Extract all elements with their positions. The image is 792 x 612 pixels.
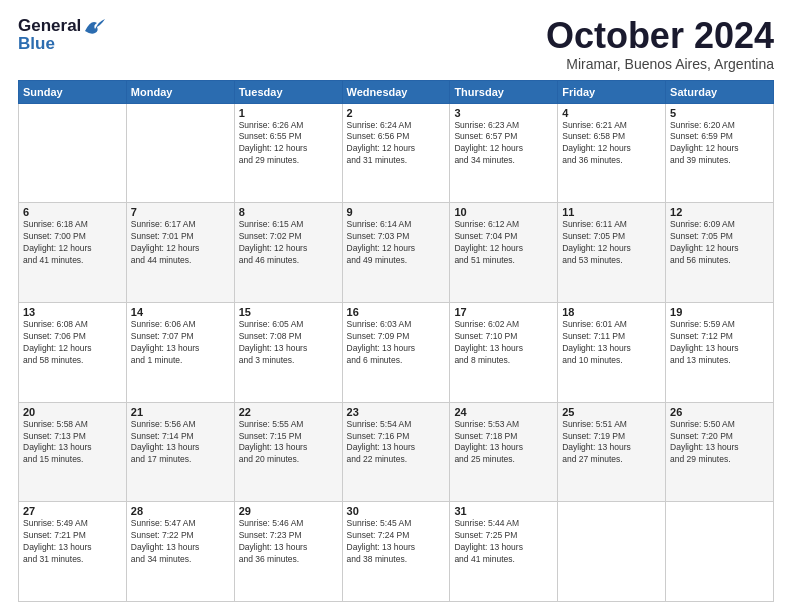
day-info: Sunrise: 6:02 AMSunset: 7:10 PMDaylight:… — [454, 319, 553, 367]
day-number: 17 — [454, 306, 553, 318]
day-info: Sunrise: 6:08 AMSunset: 7:06 PMDaylight:… — [23, 319, 122, 367]
day-number: 8 — [239, 206, 338, 218]
calendar-cell — [19, 103, 127, 203]
day-number: 27 — [23, 505, 122, 517]
calendar-header-row: SundayMondayTuesdayWednesdayThursdayFrid… — [19, 80, 774, 103]
day-info: Sunrise: 6:18 AMSunset: 7:00 PMDaylight:… — [23, 219, 122, 267]
day-number: 10 — [454, 206, 553, 218]
month-title: October 2024 — [546, 16, 774, 56]
day-number: 5 — [670, 107, 769, 119]
header: General Blue October 2024 Miramar, Bueno… — [18, 16, 774, 72]
calendar-cell: 13Sunrise: 6:08 AMSunset: 7:06 PMDayligh… — [19, 302, 127, 402]
day-info: Sunrise: 6:14 AMSunset: 7:03 PMDaylight:… — [347, 219, 446, 267]
calendar-cell: 19Sunrise: 5:59 AMSunset: 7:12 PMDayligh… — [666, 302, 774, 402]
day-number: 9 — [347, 206, 446, 218]
day-info: Sunrise: 6:11 AMSunset: 7:05 PMDaylight:… — [562, 219, 661, 267]
day-number: 15 — [239, 306, 338, 318]
logo-blue: Blue — [18, 34, 55, 54]
day-number: 6 — [23, 206, 122, 218]
calendar-cell: 6Sunrise: 6:18 AMSunset: 7:00 PMDaylight… — [19, 203, 127, 303]
day-info: Sunrise: 5:54 AMSunset: 7:16 PMDaylight:… — [347, 419, 446, 467]
calendar-cell: 30Sunrise: 5:45 AMSunset: 7:24 PMDayligh… — [342, 502, 450, 602]
calendar-cell — [666, 502, 774, 602]
day-info: Sunrise: 5:49 AMSunset: 7:21 PMDaylight:… — [23, 518, 122, 566]
calendar-cell: 25Sunrise: 5:51 AMSunset: 7:19 PMDayligh… — [558, 402, 666, 502]
calendar-cell: 4Sunrise: 6:21 AMSunset: 6:58 PMDaylight… — [558, 103, 666, 203]
day-number: 13 — [23, 306, 122, 318]
day-number: 23 — [347, 406, 446, 418]
day-number: 7 — [131, 206, 230, 218]
day-number: 28 — [131, 505, 230, 517]
page: General Blue October 2024 Miramar, Bueno… — [0, 0, 792, 612]
calendar-cell: 12Sunrise: 6:09 AMSunset: 7:05 PMDayligh… — [666, 203, 774, 303]
day-number: 11 — [562, 206, 661, 218]
day-info: Sunrise: 6:23 AMSunset: 6:57 PMDaylight:… — [454, 120, 553, 168]
calendar-cell: 24Sunrise: 5:53 AMSunset: 7:18 PMDayligh… — [450, 402, 558, 502]
calendar-cell: 15Sunrise: 6:05 AMSunset: 7:08 PMDayligh… — [234, 302, 342, 402]
calendar-cell: 1Sunrise: 6:26 AMSunset: 6:55 PMDaylight… — [234, 103, 342, 203]
day-number: 3 — [454, 107, 553, 119]
day-info: Sunrise: 5:47 AMSunset: 7:22 PMDaylight:… — [131, 518, 230, 566]
calendar-weekday-tuesday: Tuesday — [234, 80, 342, 103]
calendar-week-row: 6Sunrise: 6:18 AMSunset: 7:00 PMDaylight… — [19, 203, 774, 303]
day-number: 1 — [239, 107, 338, 119]
day-info: Sunrise: 5:45 AMSunset: 7:24 PMDaylight:… — [347, 518, 446, 566]
calendar-weekday-thursday: Thursday — [450, 80, 558, 103]
calendar-cell — [558, 502, 666, 602]
logo-bird-icon — [83, 17, 105, 35]
calendar-cell: 3Sunrise: 6:23 AMSunset: 6:57 PMDaylight… — [450, 103, 558, 203]
calendar-cell: 28Sunrise: 5:47 AMSunset: 7:22 PMDayligh… — [126, 502, 234, 602]
day-info: Sunrise: 5:55 AMSunset: 7:15 PMDaylight:… — [239, 419, 338, 467]
calendar-table: SundayMondayTuesdayWednesdayThursdayFrid… — [18, 80, 774, 602]
calendar-cell: 2Sunrise: 6:24 AMSunset: 6:56 PMDaylight… — [342, 103, 450, 203]
day-number: 21 — [131, 406, 230, 418]
day-info: Sunrise: 6:21 AMSunset: 6:58 PMDaylight:… — [562, 120, 661, 168]
calendar-cell: 27Sunrise: 5:49 AMSunset: 7:21 PMDayligh… — [19, 502, 127, 602]
day-number: 2 — [347, 107, 446, 119]
day-number: 22 — [239, 406, 338, 418]
title-area: October 2024 Miramar, Buenos Aires, Arge… — [546, 16, 774, 72]
day-info: Sunrise: 6:05 AMSunset: 7:08 PMDaylight:… — [239, 319, 338, 367]
day-number: 20 — [23, 406, 122, 418]
calendar-cell: 7Sunrise: 6:17 AMSunset: 7:01 PMDaylight… — [126, 203, 234, 303]
calendar-week-row: 27Sunrise: 5:49 AMSunset: 7:21 PMDayligh… — [19, 502, 774, 602]
day-number: 24 — [454, 406, 553, 418]
day-number: 18 — [562, 306, 661, 318]
calendar-weekday-sunday: Sunday — [19, 80, 127, 103]
logo: General Blue — [18, 16, 105, 54]
day-info: Sunrise: 6:26 AMSunset: 6:55 PMDaylight:… — [239, 120, 338, 168]
calendar-weekday-friday: Friday — [558, 80, 666, 103]
calendar-cell — [126, 103, 234, 203]
day-info: Sunrise: 5:44 AMSunset: 7:25 PMDaylight:… — [454, 518, 553, 566]
day-info: Sunrise: 6:15 AMSunset: 7:02 PMDaylight:… — [239, 219, 338, 267]
calendar-week-row: 1Sunrise: 6:26 AMSunset: 6:55 PMDaylight… — [19, 103, 774, 203]
day-number: 31 — [454, 505, 553, 517]
day-number: 30 — [347, 505, 446, 517]
calendar-body: 1Sunrise: 6:26 AMSunset: 6:55 PMDaylight… — [19, 103, 774, 601]
calendar-cell: 14Sunrise: 6:06 AMSunset: 7:07 PMDayligh… — [126, 302, 234, 402]
day-number: 12 — [670, 206, 769, 218]
day-number: 29 — [239, 505, 338, 517]
calendar-cell: 18Sunrise: 6:01 AMSunset: 7:11 PMDayligh… — [558, 302, 666, 402]
calendar-week-row: 20Sunrise: 5:58 AMSunset: 7:13 PMDayligh… — [19, 402, 774, 502]
day-info: Sunrise: 6:01 AMSunset: 7:11 PMDaylight:… — [562, 319, 661, 367]
day-number: 14 — [131, 306, 230, 318]
calendar-cell: 10Sunrise: 6:12 AMSunset: 7:04 PMDayligh… — [450, 203, 558, 303]
day-info: Sunrise: 6:03 AMSunset: 7:09 PMDaylight:… — [347, 319, 446, 367]
calendar-weekday-saturday: Saturday — [666, 80, 774, 103]
day-info: Sunrise: 6:12 AMSunset: 7:04 PMDaylight:… — [454, 219, 553, 267]
day-info: Sunrise: 5:51 AMSunset: 7:19 PMDaylight:… — [562, 419, 661, 467]
calendar-cell: 21Sunrise: 5:56 AMSunset: 7:14 PMDayligh… — [126, 402, 234, 502]
day-info: Sunrise: 6:24 AMSunset: 6:56 PMDaylight:… — [347, 120, 446, 168]
day-number: 4 — [562, 107, 661, 119]
calendar-cell: 31Sunrise: 5:44 AMSunset: 7:25 PMDayligh… — [450, 502, 558, 602]
day-info: Sunrise: 5:50 AMSunset: 7:20 PMDaylight:… — [670, 419, 769, 467]
day-info: Sunrise: 5:46 AMSunset: 7:23 PMDaylight:… — [239, 518, 338, 566]
day-number: 19 — [670, 306, 769, 318]
day-info: Sunrise: 5:59 AMSunset: 7:12 PMDaylight:… — [670, 319, 769, 367]
calendar-cell: 8Sunrise: 6:15 AMSunset: 7:02 PMDaylight… — [234, 203, 342, 303]
calendar-cell: 26Sunrise: 5:50 AMSunset: 7:20 PMDayligh… — [666, 402, 774, 502]
calendar-cell: 22Sunrise: 5:55 AMSunset: 7:15 PMDayligh… — [234, 402, 342, 502]
day-number: 25 — [562, 406, 661, 418]
calendar-cell: 20Sunrise: 5:58 AMSunset: 7:13 PMDayligh… — [19, 402, 127, 502]
